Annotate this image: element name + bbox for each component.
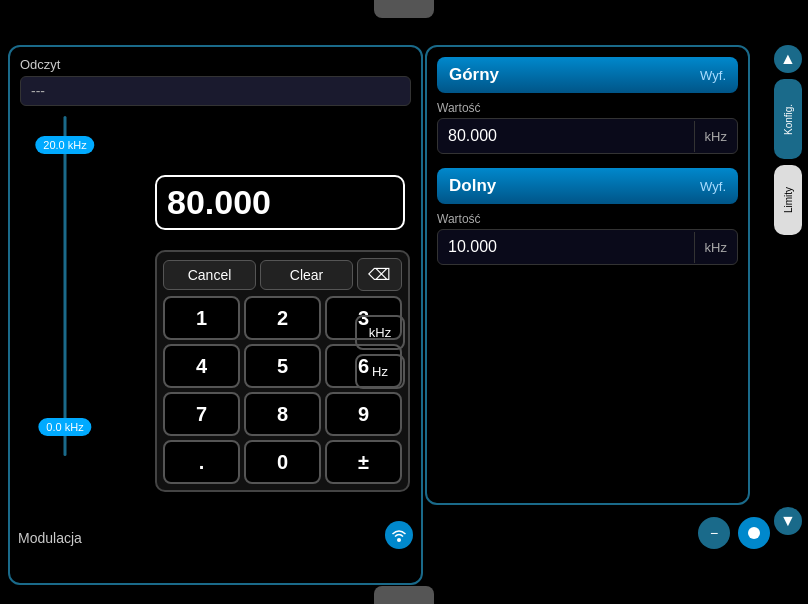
down-arrow-icon: ▼ — [780, 512, 796, 530]
key-0[interactable]: 0 — [244, 440, 321, 484]
unit-hz-button[interactable]: Hz — [355, 354, 405, 389]
right-sidebar: ▲ Konfig. Limity ▼ — [772, 45, 804, 535]
main-display: 80.000 — [155, 175, 405, 230]
slider-thumb-top[interactable]: 20.0 kHz — [35, 136, 94, 154]
gorny-value-input[interactable] — [438, 119, 694, 153]
wifi-icon — [391, 527, 407, 543]
sidebar-up-button[interactable]: ▲ — [774, 45, 802, 73]
konfig-label: Konfig. — [783, 103, 794, 134]
gorny-value-row: kHz — [437, 118, 738, 154]
wifi-button[interactable] — [385, 521, 413, 549]
sidebar-down-button[interactable]: ▼ — [774, 507, 802, 535]
backspace-button[interactable]: ⌫ — [357, 258, 402, 291]
svg-point-1 — [748, 527, 760, 539]
up-arrow-icon: ▲ — [780, 50, 796, 68]
slider-area: 20.0 kHz 0.0 kHz — [30, 116, 100, 456]
key-2[interactable]: 2 — [244, 296, 321, 340]
dolny-title: Dolny — [449, 176, 496, 196]
key-4[interactable]: 4 — [163, 344, 240, 388]
dolny-wyl-badge: Wyf. — [700, 179, 726, 194]
main-display-value: 80.000 — [167, 183, 271, 222]
clear-button[interactable]: Clear — [260, 260, 353, 290]
key-1[interactable]: 1 — [163, 296, 240, 340]
dolny-value-input[interactable] — [438, 230, 694, 264]
key-7[interactable]: 7 — [163, 392, 240, 436]
key-8[interactable]: 8 — [244, 392, 321, 436]
dolny-unit: kHz — [694, 232, 737, 263]
cancel-button[interactable]: Cancel — [163, 260, 256, 290]
slider-thumb-bottom[interactable]: 0.0 kHz — [38, 418, 91, 436]
unit-buttons: kHz Hz — [355, 315, 405, 393]
dolny-header: Dolny Wyf. — [437, 168, 738, 204]
unit-khz-button[interactable]: kHz — [355, 315, 405, 350]
key-9[interactable]: 9 — [325, 392, 402, 436]
konfig-button[interactable]: Konfig. — [774, 79, 802, 159]
modulacja-label: Modulacja — [18, 530, 82, 546]
minus-icon: − — [710, 525, 718, 541]
bottom-minus-button[interactable]: − — [698, 517, 730, 549]
limity-button[interactable]: Limity — [774, 165, 802, 235]
key-dot[interactable]: . — [163, 440, 240, 484]
svg-point-0 — [397, 538, 401, 542]
slider-track — [64, 116, 67, 456]
dolny-wartosc-label: Wartość — [437, 212, 738, 226]
key-5[interactable]: 5 — [244, 344, 321, 388]
gorny-title: Górny — [449, 65, 499, 85]
odczyt-display: --- — [20, 76, 411, 106]
gorny-header: Górny Wyf. — [437, 57, 738, 93]
right-panel: Górny Wyf. Wartość kHz Dolny Wyf. Wartoś… — [425, 45, 750, 505]
circle-icon — [746, 525, 762, 541]
gorny-unit: kHz — [694, 121, 737, 152]
keypad-top-row: Cancel Clear ⌫ — [163, 258, 402, 291]
limity-label: Limity — [783, 187, 794, 213]
gorny-wyl-badge: Wyf. — [700, 68, 726, 83]
gorny-wartosc-label: Wartość — [437, 101, 738, 115]
dolny-value-row: kHz — [437, 229, 738, 265]
bottom-tab — [374, 586, 434, 604]
odczyt-label: Odczyt — [20, 57, 411, 72]
bottom-circle-button[interactable] — [738, 517, 770, 549]
key-plusminus[interactable]: ± — [325, 440, 402, 484]
top-tab — [374, 0, 434, 18]
